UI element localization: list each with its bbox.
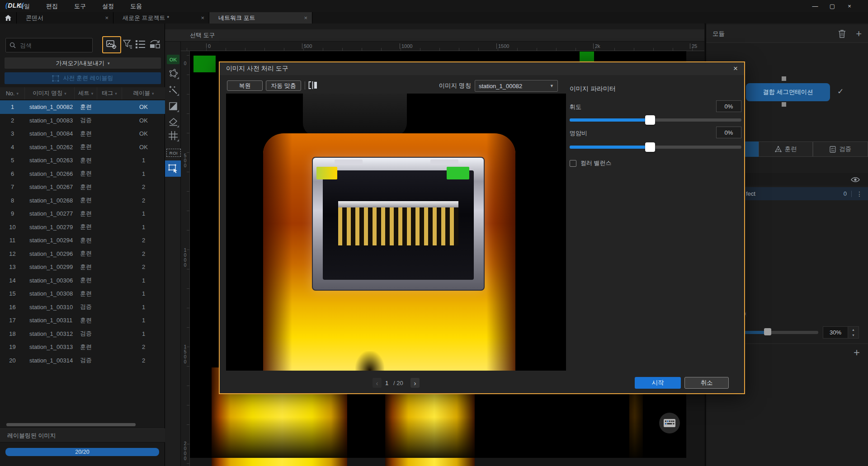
tab-close-icon[interactable]: × xyxy=(105,14,108,21)
image-table-row[interactable]: 13 station_1_00299 훈련 2 xyxy=(0,260,165,274)
image-table-row[interactable]: 8 station_1_00268 훈련 2 xyxy=(0,194,165,207)
column-header-name[interactable]: 이미지 명칭▾ xyxy=(25,87,75,99)
row-number: 16 xyxy=(0,301,25,314)
compare-view-button[interactable] xyxy=(308,81,317,89)
cancel-button[interactable]: 취소 xyxy=(684,377,729,389)
home-tab[interactable] xyxy=(0,12,17,24)
list-view-button[interactable] xyxy=(136,40,145,49)
image-table-row[interactable]: 10 station_1_00279 훈련 1 xyxy=(0,221,165,234)
image-table-row[interactable]: 14 station_1_00306 훈련 1 xyxy=(0,274,165,287)
image-table-row[interactable]: 12 station_1_00296 훈련 2 xyxy=(0,247,165,261)
auto-fit-button[interactable]: 자동 맞춤 xyxy=(266,80,301,91)
row-set: 훈련 xyxy=(75,234,97,247)
brightness-slider-handle[interactable] xyxy=(645,115,655,125)
photo-led-yellow xyxy=(316,167,337,179)
row-number: 10 xyxy=(0,221,25,234)
tab-close-icon[interactable]: × xyxy=(304,14,307,21)
image-table-row[interactable]: 11 station_1_00294 훈련 2 xyxy=(0,234,165,247)
contrast-slider[interactable] xyxy=(570,146,741,149)
eye-icon[interactable] xyxy=(851,177,860,183)
project-tab[interactable]: 콘덴서 × xyxy=(17,12,113,24)
image-table-row[interactable]: 1 station_1_00082 훈련 OK xyxy=(0,100,165,114)
import-export-button[interactable]: 가져오기/내보내기 ▾ xyxy=(5,57,161,69)
spinner-down-icon: ▼ xyxy=(848,333,859,339)
image-table-row[interactable]: 18 station_1_00312 검증 1 xyxy=(0,327,165,341)
contrast-slider-handle[interactable] xyxy=(645,142,655,152)
filter-button[interactable] xyxy=(123,40,132,49)
kebab-menu-icon[interactable]: ⋮ xyxy=(856,190,863,198)
image-table-row[interactable]: 4 station_1_00262 훈련 OK xyxy=(0,141,165,154)
menu-item[interactable]: 도구 xyxy=(71,0,89,12)
row-set: 훈련 xyxy=(75,247,97,261)
maximize-button[interactable]: ▢ xyxy=(825,0,840,12)
image-table-row[interactable]: 5 station_1_00263 훈련 1 xyxy=(0,154,165,167)
minimize-button[interactable]: — xyxy=(807,0,823,12)
dialog-close-icon[interactable]: × xyxy=(733,64,738,73)
menu-item[interactable]: 편집 xyxy=(43,0,61,12)
image-table-row[interactable]: 2 station_1_00083 검증 OK xyxy=(0,114,165,127)
virtual-keyboard-button[interactable] xyxy=(659,413,680,433)
image-table-row[interactable]: 15 station_1_00308 훈련 1 xyxy=(0,287,165,301)
restore-button[interactable]: 복원 xyxy=(227,80,263,91)
project-tab[interactable]: 네트워크 포트 × xyxy=(209,12,312,24)
canvas-top-strip xyxy=(165,24,704,29)
image-name-dropdown[interactable]: station_1_00082 ▼ xyxy=(475,80,558,92)
horizontal-scrollbar[interactable] xyxy=(6,423,136,426)
image-table-row[interactable]: 3 station_1_00084 훈련 OK xyxy=(0,127,165,141)
ruler-tick-label: 1500 xyxy=(183,344,187,364)
start-button[interactable]: 시작 xyxy=(635,377,681,389)
column-header-tag[interactable]: 태그▾ xyxy=(97,87,122,99)
search-input[interactable] xyxy=(19,42,84,49)
brightness-slider[interactable] xyxy=(570,118,741,122)
column-header-no[interactable]: No.▾ xyxy=(0,87,25,99)
menu-item[interactable]: 설정 xyxy=(99,0,117,12)
opacity-spinner[interactable]: ▲▼ xyxy=(848,326,859,339)
add-module-icon[interactable]: + xyxy=(856,28,862,40)
search-box[interactable] xyxy=(5,38,93,52)
mask-tool-button[interactable] xyxy=(168,101,179,112)
image-table-row[interactable]: 16 station_1_00310 검증 1 xyxy=(0,301,165,314)
row-label: 1 xyxy=(122,314,165,327)
image-table-row[interactable]: 9 station_1_00277 훈련 1 xyxy=(0,207,165,221)
filter-icon xyxy=(123,40,132,49)
image-table-row[interactable]: 17 station_1_00311 훈련 1 xyxy=(0,314,165,327)
image-preprocess-button[interactable] xyxy=(102,36,121,53)
smart-labeling-tool-button[interactable] xyxy=(168,85,179,95)
close-window-button[interactable]: × xyxy=(842,0,857,12)
page-prev-button[interactable]: ‹ xyxy=(373,378,382,388)
project-tab[interactable]: 새로운 프로젝트 * × xyxy=(113,12,209,24)
module-check-icon[interactable]: ✓ xyxy=(837,87,844,96)
menu-item[interactable]: 파일 xyxy=(15,0,33,12)
image-table-row[interactable]: 6 station_1_00266 훈련 1 xyxy=(0,167,165,181)
opacity-slider-handle[interactable] xyxy=(764,328,771,335)
tab-close-icon[interactable]: × xyxy=(201,14,204,21)
page-next-button[interactable]: › xyxy=(410,378,420,388)
trash-icon[interactable] xyxy=(838,29,846,38)
add-label-icon[interactable]: + xyxy=(854,347,860,358)
polygon-tool-button[interactable] xyxy=(168,68,179,79)
module-handle-bottom xyxy=(782,102,786,107)
select-tool-button-active[interactable] xyxy=(165,160,181,177)
image-table-row[interactable]: 20 station_1_00314 검증 2 xyxy=(0,354,165,367)
column-header-label[interactable]: 레이블▾ xyxy=(122,87,165,99)
color-balance-checkbox[interactable] xyxy=(570,160,576,167)
tab-validate[interactable]: 검증 xyxy=(813,141,868,157)
list-view-icon xyxy=(136,40,145,49)
row-number: 17 xyxy=(0,314,25,327)
eraser-tool-button[interactable] xyxy=(168,116,179,127)
grid-tool-button[interactable] xyxy=(168,130,179,141)
row-tag xyxy=(97,287,122,301)
row-number: 6 xyxy=(0,167,25,181)
image-table-row[interactable]: 19 station_1_00313 훈련 2 xyxy=(0,340,165,354)
labeling-view-button[interactable] xyxy=(149,39,160,49)
pretrain-labeling-button[interactable]: 사전 훈련 레이블링 xyxy=(5,72,161,84)
module-segmentation-button[interactable]: 결합 세그먼테이션 xyxy=(746,83,830,101)
column-header-set[interactable]: 세트▾ xyxy=(75,87,97,99)
menu-item[interactable]: 도움 xyxy=(127,0,145,12)
roi-tool-button[interactable]: ROI xyxy=(166,149,181,157)
sort-caret-icon: ▾ xyxy=(16,91,19,96)
opacity-value-box[interactable]: 30% xyxy=(823,326,848,339)
row-image-name: station_1_00306 xyxy=(25,274,75,287)
image-table-row[interactable]: 7 station_1_00267 훈련 2 xyxy=(0,180,165,194)
tab-train[interactable]: 훈련 xyxy=(759,141,813,157)
